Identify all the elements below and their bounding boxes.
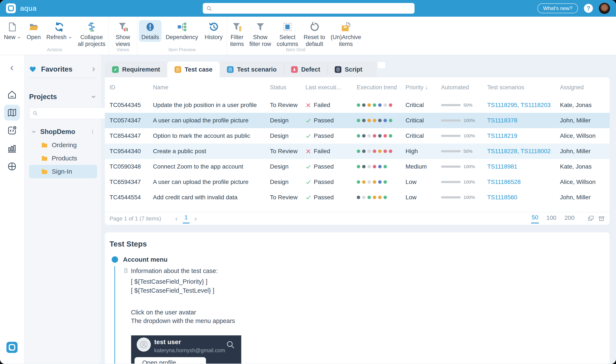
kebab-menu-icon[interactable] xyxy=(90,130,95,134)
current-page-button[interactable]: 1 xyxy=(183,214,190,223)
collapse-sidebar-button[interactable] xyxy=(9,65,15,71)
toolbar-button-un-archive-items[interactable]: (Un)Archiveitems xyxy=(328,20,364,49)
global-search[interactable] xyxy=(203,3,414,14)
cell-test-scenarios[interactable]: TS1118228, TS1118002 xyxy=(487,148,560,155)
toolbar-button-reset-to-default[interactable]: Reset todefault xyxy=(301,20,328,49)
table-row[interactable]: TC0574347 A user can upload the profile … xyxy=(105,113,610,128)
column-header-id[interactable]: ID xyxy=(110,84,153,91)
toolbar-button-history[interactable]: History xyxy=(202,20,225,42)
folder-item-ordering[interactable]: Ordering xyxy=(29,138,97,152)
rail-item-grid-circle[interactable] xyxy=(4,158,20,174)
trend-dot-orange xyxy=(378,150,382,153)
project-tree-root[interactable]: ShopDemo xyxy=(29,125,98,138)
page-size-100[interactable]: 100 xyxy=(546,214,557,223)
funnel-chart-icon xyxy=(118,22,128,32)
projects-title: Projects xyxy=(29,93,57,101)
archive-icon[interactable] xyxy=(598,215,605,222)
page-size-200[interactable]: 200 xyxy=(564,214,575,223)
cell-test-scenarios[interactable]: TS1118295, TS1118203 xyxy=(487,102,560,108)
user-avatar[interactable] xyxy=(599,3,610,14)
toolbar-button-show-views[interactable]: Showviews xyxy=(113,20,133,49)
folder-icon xyxy=(41,168,48,175)
trend-dot-green xyxy=(373,104,376,107)
toolbar-button-new[interactable]: New xyxy=(1,20,24,42)
page-size-50[interactable]: 50 xyxy=(531,214,539,223)
tab-script[interactable]: Script xyxy=(328,62,370,77)
help-button[interactable]: ? xyxy=(584,4,593,13)
aqua-rail-logo-icon[interactable] xyxy=(6,342,17,353)
rail-item-map[interactable] xyxy=(4,105,20,120)
toolbar-button-filter-items[interactable]: Filteritems xyxy=(228,20,246,49)
folder-item-products[interactable]: Products xyxy=(29,152,97,165)
next-page-button[interactable]: › xyxy=(195,215,197,222)
column-header-execution-trend[interactable]: Execution trend xyxy=(357,84,406,91)
projects-header[interactable]: Projects xyxy=(29,91,98,102)
topbar-right: What's new? ? xyxy=(537,3,616,14)
ribbon: New Open Refresh Collapseall projects Ac… xyxy=(0,17,616,55)
toolbar-button-refresh[interactable]: Refresh xyxy=(44,20,75,42)
toolbar-button-show-filter-row[interactable]: Showfilter row xyxy=(247,20,274,49)
table-row[interactable]: TC0544345 Update the job position in a u… xyxy=(105,97,610,113)
trend-dot-slate xyxy=(378,119,382,122)
trend-dot-orange xyxy=(373,196,376,199)
cell-id: TC6594347 xyxy=(110,179,153,185)
tab-test-scenario[interactable]: Test scenario xyxy=(220,62,284,77)
table-row[interactable]: TC9544340 Create a public post To Review… xyxy=(105,143,610,159)
tab-defect[interactable]: Defect xyxy=(284,62,328,77)
cell-test-scenarios[interactable]: TS1118219 xyxy=(487,132,560,139)
table-row[interactable]: TC6594347 A user can upload the profile … xyxy=(105,174,610,190)
copy-pages-icon[interactable] xyxy=(587,215,594,222)
cell-test-scenarios[interactable]: TS1118560 xyxy=(487,194,560,201)
app-window: aqua What's new? ? New Open Refresh Coll… xyxy=(0,0,616,364)
toolbar-button-dependency[interactable]: Dependency xyxy=(163,20,201,42)
toolbar-button-open[interactable]: Open xyxy=(24,20,43,42)
cell-priority: Critical xyxy=(406,117,441,124)
column-header-assigned[interactable]: Assigned xyxy=(560,84,605,91)
cell-last-execution: Passed xyxy=(305,179,357,185)
rail-item-home[interactable] xyxy=(4,87,20,103)
column-header-last-execution[interactable]: Last executi... xyxy=(305,84,357,91)
folder-icon xyxy=(41,142,48,148)
column-header-name[interactable]: Name xyxy=(153,84,270,91)
chevron-down-icon[interactable] xyxy=(31,129,36,134)
passed-check-icon xyxy=(305,179,311,185)
table-row[interactable]: TC4544554 Add credit card with invalid d… xyxy=(105,190,610,205)
cell-test-scenarios[interactable]: TS1118378 xyxy=(487,117,560,124)
column-header-priority[interactable]: Priority↓ xyxy=(406,84,441,91)
tab-scroll-button[interactable] xyxy=(378,62,385,68)
chevron-right-icon[interactable] xyxy=(91,66,96,72)
rail-item-script-clock[interactable] xyxy=(4,123,20,138)
trend-dot-orange xyxy=(368,119,371,122)
toolbar-button-collapse-all-projects[interactable]: Collapseall projects xyxy=(75,20,108,49)
step-attachment-screenshot[interactable]: test user kateryna.hornysh@gmail.com Ope… xyxy=(131,335,241,364)
step-title[interactable]: Account menu xyxy=(123,256,167,263)
column-header-automated[interactable]: Automated xyxy=(441,84,487,91)
cell-test-scenarios[interactable]: TS11186528 xyxy=(487,179,560,185)
tab-requirement[interactable]: Requirement xyxy=(105,62,167,77)
whats-new-button[interactable]: What's new? xyxy=(537,3,578,13)
global-search-input[interactable] xyxy=(215,5,411,12)
projects-search-input[interactable] xyxy=(40,110,111,117)
folder-item-sign-in[interactable]: Sign-In xyxy=(29,165,97,178)
previous-page-button[interactable]: ‹ xyxy=(175,215,178,222)
cell-test-scenarios[interactable]: TS1118981 xyxy=(487,163,560,170)
table-row[interactable]: TC8544347 Option to mark the account as … xyxy=(105,128,610,143)
column-header-status[interactable]: Status xyxy=(270,84,305,91)
column-header-test-scenarios[interactable]: Test scenarios xyxy=(487,84,560,91)
table-row[interactable]: TC0590348 Connect Zoom to the app accoun… xyxy=(105,159,610,174)
cell-last-execution: Failed xyxy=(305,148,357,155)
chevron-down-icon[interactable] xyxy=(91,94,96,100)
favorites-header[interactable]: Favorites xyxy=(29,64,98,75)
table-header: ID Name Status Last executi... Execution… xyxy=(105,77,610,97)
rail-item-bar-chart[interactable] xyxy=(4,141,20,156)
history-clock-icon xyxy=(208,22,219,32)
toolbar-button-label: Selectcolumns xyxy=(276,34,298,47)
cell-execution-trend xyxy=(357,104,406,107)
toolbar-button-details[interactable]: Details xyxy=(139,20,162,42)
main-area: Favorites Projects xyxy=(0,55,616,364)
passed-check-icon xyxy=(305,118,311,123)
panel-divider xyxy=(29,78,97,78)
tab-test-case[interactable]: Test case xyxy=(167,62,220,77)
toolbar-button-select-columns[interactable]: Selectcolumns xyxy=(274,20,301,49)
automation-progress-bar xyxy=(441,119,461,122)
